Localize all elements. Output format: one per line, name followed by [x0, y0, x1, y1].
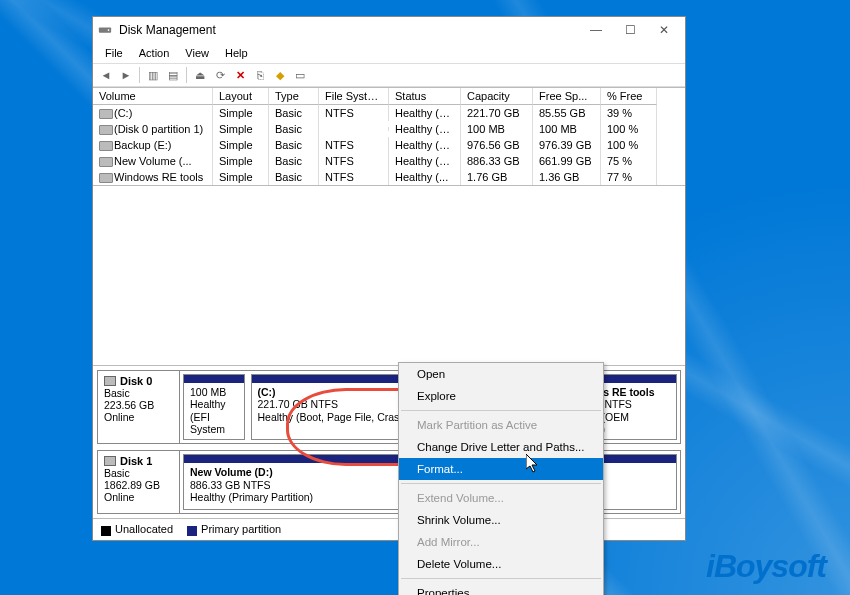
menu-help[interactable]: Help [217, 45, 256, 61]
context-item-add-mirror: Add Mirror... [399, 531, 603, 553]
back-icon[interactable]: ◄ [97, 66, 115, 84]
svg-point-1 [108, 29, 110, 31]
col-volume[interactable]: Volume [93, 88, 213, 105]
context-separator [401, 410, 601, 411]
context-item-open[interactable]: Open [399, 363, 603, 385]
volume-table: Volume Layout Type File System Status Ca… [93, 87, 685, 185]
window-title: Disk Management [119, 23, 579, 37]
partition-header-bar [184, 375, 244, 383]
volume-icon [99, 109, 111, 119]
alert-icon[interactable]: ▭ [291, 66, 309, 84]
col-freespace[interactable]: Free Sp... [533, 88, 601, 105]
volume-icon [99, 141, 111, 151]
close-button[interactable]: ✕ [647, 20, 681, 40]
disk-label[interactable]: Disk 1Basic1862.89 GBOnline [98, 451, 180, 513]
col-layout[interactable]: Layout [213, 88, 269, 105]
context-item-extend-volume: Extend Volume... [399, 487, 603, 509]
menu-action[interactable]: Action [131, 45, 178, 61]
volume-icon [99, 125, 111, 135]
context-item-delete-volume[interactable]: Delete Volume... [399, 553, 603, 575]
toolbar: ◄ ► ▥ ▤ ⏏ ⟳ ✕ ⎘ ◆ ▭ [93, 63, 685, 87]
context-item-explore[interactable]: Explore [399, 385, 603, 407]
context-separator [401, 578, 601, 579]
context-item-shrink-volume[interactable]: Shrink Volume... [399, 509, 603, 531]
hdd-icon [104, 456, 116, 466]
col-filesystem[interactable]: File System [319, 88, 389, 105]
menubar: File Action View Help [93, 43, 685, 63]
context-item-properties[interactable]: Properties [399, 582, 603, 595]
delete-icon[interactable]: ✕ [231, 66, 249, 84]
iboysoft-logo: iBoysoft [706, 548, 826, 585]
volume-row[interactable]: (C:) SimpleBasicNTFS Healthy (B...221.70… [93, 105, 685, 121]
partition[interactable]: 100 MBHealthy (EFI System [183, 374, 245, 440]
col-pctfree[interactable]: % Free [601, 88, 657, 105]
layout-icon[interactable]: ▤ [164, 66, 182, 84]
swatch-primary [187, 526, 197, 536]
menu-view[interactable]: View [177, 45, 217, 61]
context-item-format[interactable]: Format... [399, 458, 603, 480]
disk-label[interactable]: Disk 0Basic223.56 GBOnline [98, 371, 180, 443]
volume-icon [99, 173, 111, 183]
col-capacity[interactable]: Capacity [461, 88, 533, 105]
partition-header-bar [184, 455, 426, 463]
eject-icon[interactable]: ⏏ [191, 66, 209, 84]
app-icon [97, 22, 113, 38]
hdd-icon [104, 376, 116, 386]
menu-file[interactable]: File [97, 45, 131, 61]
col-type[interactable]: Type [269, 88, 319, 105]
volume-icon [99, 157, 111, 167]
partition[interactable]: New Volume (D:)886.33 GB NTFSHealthy (Pr… [183, 454, 427, 510]
maximize-button[interactable]: ☐ [613, 20, 647, 40]
attach-icon[interactable]: ⎘ [251, 66, 269, 84]
context-item-mark-partition-as-active: Mark Partition as Active [399, 414, 603, 436]
context-menu: OpenExploreMark Partition as ActiveChang… [398, 362, 604, 595]
swatch-unallocated [101, 526, 111, 536]
mid-spacer [93, 185, 685, 361]
context-separator [401, 483, 601, 484]
col-status[interactable]: Status [389, 88, 461, 105]
volume-row[interactable]: New Volume (... SimpleBasicNTFS Healthy … [93, 153, 685, 169]
volume-row[interactable]: Windows RE tools SimpleBasicNTFS Healthy… [93, 169, 685, 185]
volume-row[interactable]: Backup (E:) SimpleBasicNTFS Healthy (P..… [93, 137, 685, 153]
refresh-icon[interactable]: ⟳ [211, 66, 229, 84]
forward-icon[interactable]: ► [117, 66, 135, 84]
legend-unallocated: Unallocated [115, 523, 173, 535]
titlebar: Disk Management — ☐ ✕ [93, 17, 685, 43]
legend-primary: Primary partition [201, 523, 281, 535]
new-vhd-icon[interactable]: ◆ [271, 66, 289, 84]
volume-row[interactable]: (Disk 0 partition 1) SimpleBasic Healthy… [93, 121, 685, 137]
minimize-button[interactable]: — [579, 20, 613, 40]
context-item-change-drive-letter-and-paths[interactable]: Change Drive Letter and Paths... [399, 436, 603, 458]
panel-icon[interactable]: ▥ [144, 66, 162, 84]
